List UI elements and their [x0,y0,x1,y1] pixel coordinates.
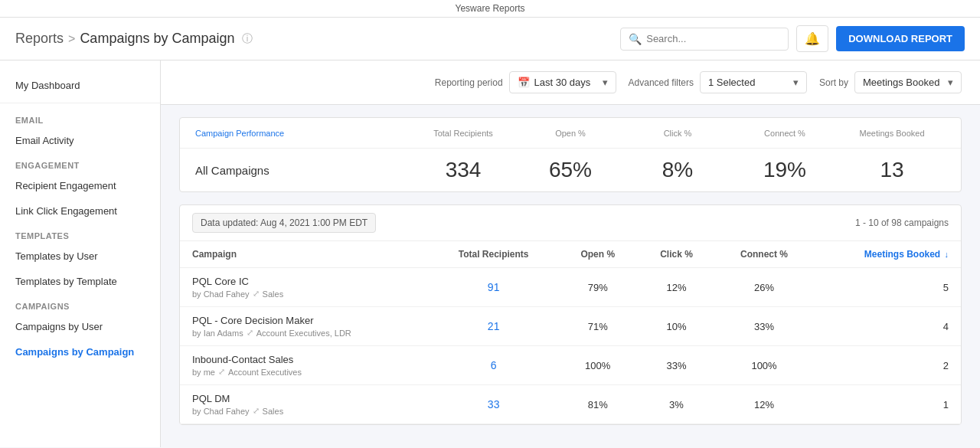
search-icon: 🔍 [629,33,642,45]
sidebar-item-campaigns-by-user[interactable]: Campaigns by User [0,314,160,339]
sidebar-item-link-click-engagement[interactable]: Link Click Engagement [0,198,160,224]
open-pct-cell: 79% [558,268,638,307]
reporting-period-group: Reporting period 📅 Last 30 days ▾ [435,71,616,93]
chevron-down-icon-3: ▾ [948,77,953,88]
total-recipients-header: Total Recipients [433,129,493,138]
col-click-pct[interactable]: Click % [638,241,715,268]
breadcrumb-reports[interactable]: Reports [15,31,64,47]
share-icon: ⤢ [253,289,260,299]
click-pct-cell: 10% [638,307,715,346]
summary-body: All Campaigns 334 65% 8% 19% 13 [180,149,961,191]
sidebar-item-templates-by-user[interactable]: Templates by User [0,244,160,269]
advanced-filters-label: Advanced filters [629,77,694,88]
sort-by-group: Sort by Meetings Booked ▾ [819,71,962,93]
click-pct-cell: 3% [638,385,715,424]
col-total-recipients[interactable]: Total Recipients [430,241,558,268]
col-open-pct[interactable]: Open % [558,241,638,268]
summary-card: Campaign Performance Total Recipients Op… [179,117,962,192]
campaign-cell: Inbound-Contact Sales by me ⤢ Account Ex… [180,346,430,385]
campaign-meta: by Chad Fahey ⤢ Sales [192,289,417,299]
breadcrumb-separator: > [68,32,75,46]
summary-open-pct: 65% [517,158,624,182]
summary-header: Campaign Performance Total Recipients Op… [180,118,961,149]
reporting-period-label: Reporting period [435,77,503,88]
table-container: Data updated: Aug 4, 2021 1:00 PM EDT 1 … [179,204,962,425]
connect-pct-cell: 100% [715,346,813,385]
open-header: Open % [555,129,586,138]
search-box[interactable]: 🔍 [620,28,789,51]
connect-pct-cell: 26% [715,268,813,307]
sidebar-section-engagement: ENGAGEMENT [0,153,160,173]
sort-by-value: Meetings Booked [863,77,939,88]
campaign-meta: by Chad Fahey ⤢ Sales [192,406,417,416]
summary-total-recipients: 334 [410,158,517,182]
top-bar: Yesware Reports [0,0,980,18]
calendar-icon: 📅 [518,77,530,88]
chevron-down-icon: ▾ [603,77,608,88]
open-pct-cell: 81% [558,385,638,424]
share-icon: ⤢ [218,367,225,377]
search-input[interactable] [646,33,780,44]
total-recipients-cell: 91 [430,268,558,307]
sort-by-select[interactable]: Meetings Booked ▾ [854,71,962,93]
summary-connect-col: Connect % [731,127,838,139]
campaign-performance-label: Campaign Performance [195,129,284,138]
bell-button[interactable]: 🔔 [796,25,828,52]
table-row: Inbound-Contact Sales by me ⤢ Account Ex… [180,346,961,385]
total-recipients-cell: 33 [430,385,558,424]
campaign-cell: PQL DM by Chad Fahey ⤢ Sales [180,385,430,424]
col-campaign[interactable]: Campaign [180,241,430,268]
table-header-row: Campaign Total Recipients Open % Click %… [180,241,961,268]
data-updated-badge: Data updated: Aug 4, 2021 1:00 PM EDT [192,213,376,233]
sidebar-section-campaigns: CAMPAIGNS [0,294,160,314]
reporting-period-select[interactable]: 📅 Last 30 days ▾ [509,71,616,93]
campaign-title[interactable]: PQL Core IC [192,276,417,287]
sidebar-item-email-activity[interactable]: Email Activity [0,128,160,153]
summary-click-col: Click % [624,127,731,139]
connect-pct-cell: 12% [715,385,813,424]
download-report-button[interactable]: DOWNLOAD REPORT [836,26,965,51]
summary-click-pct: 8% [624,158,731,182]
top-bar-title: Yesware Reports [456,3,525,14]
layout: My Dashboard EMAIL Email Activity ENGAGE… [0,60,980,447]
sidebar-item-campaigns-by-campaign[interactable]: Campaigns by Campaign [0,339,160,365]
col-connect-pct[interactable]: Connect % [715,241,813,268]
table-row: PQL DM by Chad Fahey ⤢ Sales 33 81% 3% 1… [180,385,961,424]
click-pct-cell: 12% [638,268,715,307]
sidebar-section-templates: TEMPLATES [0,224,160,244]
table-row: PQL Core IC by Chad Fahey ⤢ Sales 91 79%… [180,268,961,307]
meetings-booked-cell: 5 [813,268,961,307]
sidebar-item-dashboard[interactable]: My Dashboard [0,73,160,98]
campaign-title[interactable]: PQL DM [192,393,417,404]
campaign-title[interactable]: Inbound-Contact Sales [192,354,417,365]
sidebar: My Dashboard EMAIL Email Activity ENGAGE… [0,60,161,447]
col-meetings-booked[interactable]: Meetings Booked ↓ [813,241,961,268]
advanced-filters-select[interactable]: 1 Selected ▾ [700,71,807,93]
breadcrumb-current: Campaigns by Campaign [80,31,234,47]
breadcrumb: Reports > Campaigns by Campaign ⓘ [15,31,620,47]
meetings-header: Meetings Booked [860,129,925,138]
sidebar-section-email: EMAIL [0,108,160,128]
summary-open-col: Open % [517,127,624,139]
summary-connect-pct: 19% [731,158,838,182]
campaign-meta: by me ⤢ Account Executives [192,367,417,377]
click-pct-cell: 33% [638,346,715,385]
share-icon: ⤢ [253,406,260,416]
meetings-booked-cell: 2 [813,346,961,385]
open-pct-cell: 71% [558,307,638,346]
campaign-cell: PQL Core IC by Chad Fahey ⤢ Sales [180,268,430,307]
campaign-cell: PQL - Core Decision Maker by Ian Adams ⤢… [180,307,430,346]
main-content: Reporting period 📅 Last 30 days ▾ Advanc… [161,60,980,447]
campaign-meta: by Ian Adams ⤢ Account Executives, LDR [192,328,417,338]
sidebar-item-templates-by-template[interactable]: Templates by Template [0,269,160,294]
all-campaigns-label: All Campaigns [195,164,410,177]
campaign-title[interactable]: PQL - Core Decision Maker [192,315,417,326]
sidebar-item-recipient-engagement[interactable]: Recipient Engagement [0,173,160,198]
meetings-booked-cell: 1 [813,385,961,424]
meetings-booked-cell: 4 [813,307,961,346]
advanced-filters-value: 1 Selected [708,77,755,88]
summary-meetings-booked: 13 [838,158,946,182]
share-icon: ⤢ [247,328,253,338]
header: Reports > Campaigns by Campaign ⓘ 🔍 🔔 DO… [0,18,980,60]
summary-total-recipients-col: Total Recipients [410,127,517,139]
